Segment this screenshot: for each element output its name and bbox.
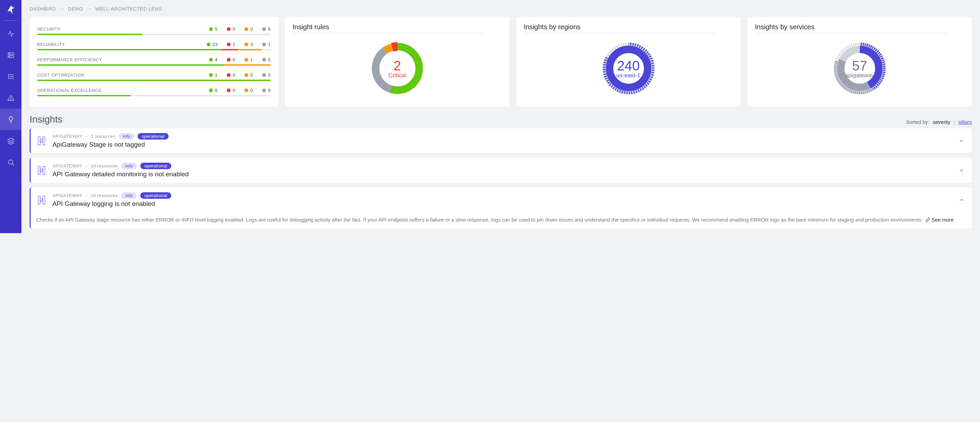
count-red: 0: [224, 88, 235, 93]
count-green: 4: [206, 57, 218, 62]
donut-value: 240: [617, 58, 640, 73]
svg-point-11: [11, 99, 11, 99]
sidebar-divider: [5, 21, 17, 21]
insights-regions-donut[interactable]: 240 us-east-1: [600, 40, 657, 97]
chevron-right-icon: →: [87, 6, 92, 11]
count-amber: 1: [242, 57, 253, 62]
count-gray: 0: [259, 57, 271, 62]
donut-value: 2: [393, 58, 401, 73]
insight-detail: Checks if an API Gateway stage resource …: [36, 213, 954, 224]
tag-severity: info: [119, 133, 135, 140]
svg-line-14: [12, 164, 14, 165]
insight-title: API Gateway detailed monitoring is not e…: [52, 170, 953, 178]
nav-databases[interactable]: [0, 44, 21, 66]
count-amber: 0: [242, 73, 253, 78]
nav-list[interactable]: [0, 66, 21, 87]
insights-list: APIGATEWAY - 3 resources info operationa…: [30, 128, 972, 228]
donut-value: 57: [852, 58, 867, 73]
insights-regions-card: Insights by regions 240 us-east-1: [516, 17, 741, 106]
count-gray: 6: [259, 27, 271, 32]
insight-title: ApiGateway Stage is not tagged: [52, 141, 953, 148]
insight-service: APIGATEWAY: [52, 193, 83, 198]
svg-point-13: [8, 160, 13, 164]
card-title: Insights by regions: [524, 23, 733, 31]
count-amber: 0: [242, 27, 253, 32]
sidebar: [0, 0, 21, 233]
insight-meta: APIGATEWAY - 18 resources info operation…: [52, 163, 953, 169]
insights-header: Insights Sorted by: severity | pillars: [30, 114, 972, 125]
pillar-bar: [37, 64, 271, 66]
count-amber: 3: [242, 42, 253, 47]
sort-pillars[interactable]: pillars: [959, 119, 972, 125]
insight-resources: 3 resources: [91, 134, 115, 139]
pillar-bar: [37, 34, 271, 35]
chevron-up-icon[interactable]: [958, 197, 965, 203]
chevron-down-icon[interactable]: [958, 167, 965, 174]
count-red: 0: [224, 73, 235, 78]
main: DASHBIRD → DEMO → WELL-ARCHITECTED LENS …: [21, 0, 980, 233]
svg-point-4: [8, 74, 9, 75]
donut-label: Critical: [388, 72, 406, 79]
count-green: 1: [206, 73, 218, 78]
count-gray: 0: [259, 73, 271, 78]
nav-alerts[interactable]: [0, 87, 21, 109]
insight-resources: 18 resources: [91, 163, 118, 168]
tag-pillar: operational: [138, 133, 169, 140]
svg-point-2: [9, 53, 9, 54]
pillar-label: COST OPTIMIZATION: [37, 73, 84, 78]
svg-marker-12: [8, 138, 14, 141]
insight-service: APIGATEWAY: [52, 134, 83, 139]
nav-insights[interactable]: [0, 109, 21, 130]
sorted-by-label: Sorted by:: [906, 119, 929, 125]
chevron-right-icon: →: [60, 6, 65, 11]
donut-label: us-east-1: [616, 72, 641, 79]
tag-severity: info: [121, 163, 137, 169]
insights-services-card: Insights by services 57 apigateway: [748, 17, 972, 106]
pillar-label: SECURITY: [37, 27, 60, 32]
apigateway-icon: [36, 195, 47, 206]
apigateway-icon: [36, 135, 47, 146]
card-title: Insight rules: [293, 23, 502, 31]
breadcrumb-item[interactable]: DEMO: [68, 6, 83, 11]
breadcrumb-item[interactable]: WELL-ARCHITECTED LENS: [95, 6, 162, 11]
pillar-row[interactable]: OPERATIONAL EXCELLENCE 6 0 0 9: [37, 84, 271, 96]
svg-point-8: [8, 78, 9, 79]
count-green: 6: [206, 88, 218, 93]
tag-severity: info: [121, 192, 137, 199]
insight-service: APIGATEWAY: [52, 163, 83, 168]
nav-search[interactable]: [0, 151, 21, 173]
count-green: 23: [206, 42, 218, 47]
chevron-down-icon[interactable]: [958, 138, 965, 144]
pillar-row[interactable]: COST OPTIMIZATION 1 0 0 0: [37, 69, 271, 81]
count-green: 5: [206, 27, 218, 32]
breadcrumb-item[interactable]: DASHBIRD: [30, 6, 56, 11]
insight-rules-card: Insight rules 2 Critical: [285, 17, 509, 106]
insight-rules-donut[interactable]: 2 Critical: [368, 40, 426, 97]
insight-card[interactable]: APIGATEWAY - 18 resources info operation…: [30, 158, 972, 183]
pillar-row[interactable]: RELIABILITY 23 2 3 1: [37, 38, 271, 50]
insight-card[interactable]: APIGATEWAY - 18 resources info operation…: [30, 187, 972, 228]
pillar-label: RELIABILITY: [37, 42, 65, 47]
tag-pillar: operational: [140, 163, 171, 169]
pillar-row[interactable]: PERFORMANCE EFFICIENCY 4 0 1 0: [37, 54, 271, 66]
nav-activity[interactable]: [0, 23, 21, 44]
insight-resources: 18 resources: [91, 193, 118, 198]
pillar-bar: [37, 79, 271, 81]
sort-controls: Sorted by: severity | pillars: [906, 119, 972, 125]
apigateway-icon: [36, 165, 47, 176]
insight-title: API Gateway logging is not enabled: [52, 200, 953, 208]
pillar-row[interactable]: SECURITY 5 0 0 6: [37, 23, 271, 35]
count-red: 0: [224, 57, 235, 62]
insights-services-donut[interactable]: 57 apigateway: [831, 40, 889, 97]
card-title: Insights by services: [755, 23, 964, 31]
pillars-card: SECURITY 5 0 0 6 RELIABILITY 23 2 3 1: [30, 17, 278, 106]
sort-separator: |: [954, 119, 955, 125]
pillar-bar: [37, 49, 271, 50]
pillar-label: OPERATIONAL EXCELLENCE: [37, 88, 102, 93]
sort-severity[interactable]: severity: [933, 119, 950, 125]
nav-layers[interactable]: [0, 130, 21, 151]
insight-meta: APIGATEWAY - 18 resources info operation…: [52, 192, 953, 199]
insight-card[interactable]: APIGATEWAY - 3 resources info operationa…: [30, 128, 972, 153]
logo-icon: [6, 5, 16, 15]
see-more-link[interactable]: See more: [932, 217, 954, 222]
